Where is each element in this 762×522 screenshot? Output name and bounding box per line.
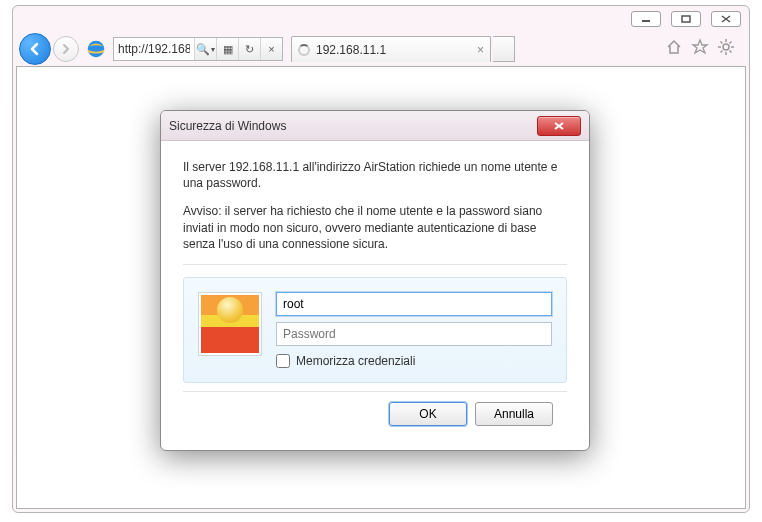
svg-line-10 bbox=[721, 42, 723, 44]
gear-icon bbox=[717, 38, 735, 56]
dialog-message-2: Avviso: il server ha richiesto che il no… bbox=[183, 203, 567, 252]
star-icon bbox=[691, 38, 709, 56]
remember-checkbox[interactable] bbox=[276, 354, 290, 368]
credentials-panel: Memorizza credenziali bbox=[183, 277, 567, 383]
tab-close-button[interactable]: × bbox=[477, 43, 484, 57]
svg-line-13 bbox=[721, 51, 723, 53]
remember-credentials[interactable]: Memorizza credenziali bbox=[276, 354, 552, 368]
remember-label: Memorizza credenziali bbox=[296, 354, 415, 368]
toolbar-right bbox=[665, 38, 743, 60]
address-input[interactable] bbox=[114, 38, 194, 60]
dialog-footer: OK Annulla bbox=[183, 391, 567, 440]
ok-button[interactable]: OK bbox=[389, 402, 467, 426]
svg-line-11 bbox=[730, 51, 732, 53]
cancel-button[interactable]: Annulla bbox=[475, 402, 553, 426]
forward-button[interactable] bbox=[53, 36, 79, 62]
svg-point-5 bbox=[723, 44, 729, 50]
tab-title: 192.168.11.1 bbox=[316, 43, 386, 57]
dialog-title: Sicurezza di Windows bbox=[169, 119, 286, 133]
svg-point-4 bbox=[88, 41, 105, 58]
dialog-body: Il server 192.168.11.1 all'indirizzo Air… bbox=[161, 141, 589, 450]
window-titlebar bbox=[13, 6, 749, 32]
close-icon bbox=[553, 121, 565, 131]
favorites-button[interactable] bbox=[691, 38, 709, 60]
stop-button[interactable]: × bbox=[260, 38, 282, 60]
password-input[interactable] bbox=[276, 322, 552, 346]
page-icon: ▦ bbox=[223, 43, 233, 56]
new-tab-button[interactable] bbox=[493, 36, 515, 62]
auth-dialog: Sicurezza di Windows Il server 192.168.1… bbox=[160, 110, 590, 451]
window-maximize-button[interactable] bbox=[671, 11, 701, 27]
home-icon bbox=[665, 38, 683, 56]
browser-tab[interactable]: 192.168.11.1 × bbox=[291, 36, 491, 62]
dropdown-icon: ▾ bbox=[211, 45, 215, 54]
refresh-button[interactable]: ↻ bbox=[238, 38, 260, 60]
stop-icon: × bbox=[268, 43, 274, 55]
window-minimize-button[interactable] bbox=[631, 11, 661, 27]
back-button[interactable] bbox=[19, 33, 51, 65]
dialog-message-1: Il server 192.168.11.1 all'indirizzo Air… bbox=[183, 159, 567, 191]
username-input[interactable] bbox=[276, 292, 552, 316]
svg-line-3 bbox=[722, 16, 730, 22]
avatar-image bbox=[201, 295, 259, 353]
dialog-close-button[interactable] bbox=[537, 116, 581, 136]
dialog-titlebar: Sicurezza di Windows bbox=[161, 111, 589, 141]
compat-view-button[interactable]: ▦ bbox=[216, 38, 238, 60]
navigation-bar: 🔍▾ ▦ ↻ × 192.168.11.1 × bbox=[13, 32, 749, 66]
home-button[interactable] bbox=[665, 38, 683, 60]
loading-spinner-icon bbox=[298, 44, 310, 56]
svg-line-2 bbox=[722, 16, 730, 22]
search-button[interactable]: 🔍▾ bbox=[194, 38, 216, 60]
window-close-button[interactable] bbox=[711, 11, 741, 27]
address-bar: 🔍▾ ▦ ↻ × bbox=[113, 37, 283, 61]
tools-button[interactable] bbox=[717, 38, 735, 60]
refresh-icon: ↻ bbox=[245, 43, 254, 56]
separator bbox=[183, 264, 567, 265]
svg-rect-1 bbox=[682, 16, 690, 22]
svg-line-12 bbox=[730, 42, 732, 44]
search-icon: 🔍 bbox=[196, 43, 210, 56]
credential-fields: Memorizza credenziali bbox=[276, 292, 552, 368]
user-avatar bbox=[198, 292, 262, 356]
ie-logo-icon bbox=[85, 38, 107, 60]
